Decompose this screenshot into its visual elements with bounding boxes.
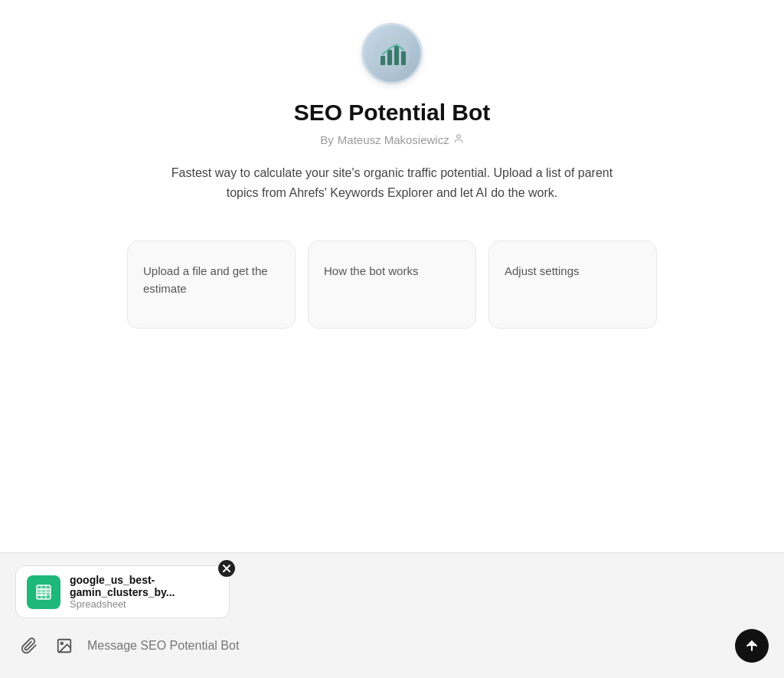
file-type: Spreadsheet <box>70 598 218 610</box>
author-icon <box>453 133 464 146</box>
svg-rect-1 <box>381 56 385 65</box>
message-input-row <box>15 629 769 663</box>
author-name: Mateusz Makosiewicz <box>338 133 449 146</box>
close-attachment-button[interactable] <box>218 560 235 577</box>
svg-rect-4 <box>401 51 406 65</box>
suggestion-upload[interactable]: Upload a file and get the estimate <box>127 241 296 329</box>
suggestion-how[interactable]: How the bot works <box>308 241 476 329</box>
suggestion-cards: Upload a file and get the estimate How t… <box>0 241 784 329</box>
bot-avatar <box>361 23 423 84</box>
bottom-bar: google_us_best-gamin_clusters_by... Spre… <box>0 552 784 678</box>
file-info: google_us_best-gamin_clusters_by... Spre… <box>70 574 218 610</box>
paperclip-icon[interactable] <box>15 632 43 660</box>
svg-rect-2 <box>387 50 392 65</box>
svg-point-5 <box>456 135 460 139</box>
send-button[interactable] <box>735 629 769 663</box>
main-content: SEO Potential Bot By Mateusz Makosiewicz… <box>0 0 784 552</box>
file-icon-wrapper <box>27 575 60 609</box>
file-attachment: google_us_best-gamin_clusters_by... Spre… <box>15 565 230 618</box>
suggestion-settings[interactable]: Adjust settings <box>488 241 657 329</box>
message-input[interactable] <box>87 639 726 653</box>
toolbar-icons <box>15 632 78 660</box>
image-icon[interactable] <box>51 632 78 660</box>
bot-author: By Mateusz Makosiewicz <box>320 133 463 146</box>
bot-description: Fastest way to calculate your site's org… <box>162 163 622 202</box>
bot-title: SEO Potential Bot <box>294 100 491 126</box>
author-prefix: By <box>320 133 334 146</box>
svg-point-18 <box>60 642 63 644</box>
svg-rect-3 <box>394 46 399 65</box>
file-name: google_us_best-gamin_clusters_by... <box>70 574 218 598</box>
